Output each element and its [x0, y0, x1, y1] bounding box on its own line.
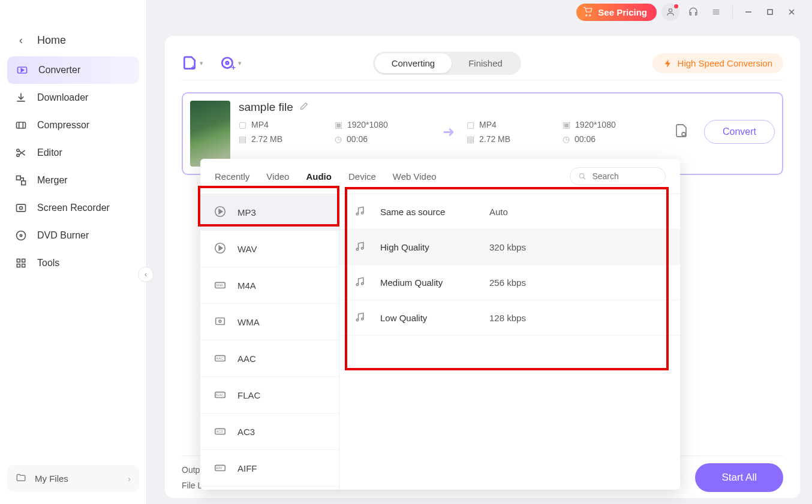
- format-m4a[interactable]: M4AM4A: [200, 267, 339, 304]
- nav-tools[interactable]: Tools: [0, 249, 146, 277]
- svg-text:AC3: AC3: [216, 430, 223, 433]
- svg-rect-19: [17, 204, 26, 212]
- merger-icon: [14, 174, 28, 187]
- convert-button[interactable]: Convert: [704, 120, 775, 144]
- disc-icon: [14, 229, 28, 242]
- aiff-icon: AIFF: [213, 461, 228, 475]
- quality-list: Same as source Auto High Quality 320 kbp…: [339, 194, 680, 490]
- cart-icon: [582, 7, 593, 17]
- nav-label: Downloader: [37, 92, 88, 103]
- chevron-left-icon: ‹: [14, 34, 28, 47]
- headset-icon[interactable]: [684, 3, 702, 21]
- svg-rect-23: [17, 259, 20, 262]
- chevron-down-icon: ▾: [238, 59, 242, 67]
- svg-rect-24: [22, 259, 25, 262]
- tab-audio[interactable]: Audio: [306, 171, 332, 182]
- format-wav[interactable]: WAV: [200, 231, 339, 267]
- resolution-icon: ▣: [563, 120, 570, 129]
- menu-icon[interactable]: [707, 3, 725, 21]
- tab-video[interactable]: Video: [266, 171, 289, 182]
- nav-label: Screen Recorder: [37, 203, 110, 213]
- video-icon: ▢: [467, 120, 474, 129]
- start-all-button[interactable]: Start All: [695, 463, 783, 492]
- format-flac[interactable]: FLACFLAC: [200, 377, 339, 414]
- tab-recently[interactable]: Recently: [215, 171, 249, 182]
- add-disc-button[interactable]: + ▾: [220, 56, 242, 71]
- svg-rect-10: [17, 122, 26, 128]
- quality-low[interactable]: Low Quality 128 kbps: [339, 300, 680, 336]
- quality-same-as-source[interactable]: Same as source Auto: [339, 194, 680, 230]
- compressor-icon: [14, 119, 28, 132]
- nav-editor[interactable]: Editor: [0, 139, 146, 167]
- size-icon: ▤: [467, 134, 474, 144]
- svg-point-50: [356, 248, 358, 250]
- svg-point-55: [362, 318, 363, 320]
- quality-medium[interactable]: Medium Quality 256 kbps: [339, 265, 680, 300]
- chevron-right-icon: ›: [128, 473, 131, 484]
- svg-text:AAC: AAC: [216, 357, 223, 360]
- music-icon: [354, 276, 367, 289]
- search-input[interactable]: [592, 171, 657, 181]
- recorder-icon: [14, 201, 28, 215]
- tab-converting[interactable]: Converting: [375, 53, 452, 73]
- svg-text:M4A: M4A: [216, 283, 224, 287]
- maximize-button[interactable]: [762, 4, 778, 20]
- main-header: + ▾ + ▾ Converting Finished High Speed C…: [182, 47, 783, 80]
- format-wma[interactable]: WMA: [200, 304, 339, 340]
- clock-icon: ◷: [563, 134, 570, 144]
- nav-label: DVD Burner: [37, 230, 89, 241]
- svg-line-33: [584, 177, 585, 179]
- high-speed-badge[interactable]: High Speed Conversion: [652, 53, 783, 73]
- nav-downloader[interactable]: Downloader: [0, 84, 146, 111]
- svg-text:AIFF: AIFF: [216, 466, 222, 470]
- svg-point-53: [362, 283, 363, 285]
- svg-point-0: [669, 9, 672, 12]
- format-aiff[interactable]: AIFFAIFF: [200, 450, 339, 487]
- svg-point-31: [682, 132, 685, 136]
- add-file-button[interactable]: + ▾: [182, 56, 203, 71]
- output-settings-icon[interactable]: [674, 123, 688, 140]
- svg-text:+: +: [231, 62, 236, 71]
- clock-icon: ◷: [335, 134, 342, 144]
- nav-merger[interactable]: Merger: [0, 167, 146, 194]
- svg-marker-9: [21, 69, 23, 72]
- svg-rect-25: [17, 264, 20, 267]
- source-meta: ▢MP4 ▣1920*1080 ▤2.72 MB ◷00:06: [239, 120, 431, 144]
- quality-high[interactable]: High Quality 320 kbps: [339, 230, 680, 265]
- nav-label: Converter: [38, 65, 80, 76]
- format-search[interactable]: [570, 167, 666, 185]
- tab-device[interactable]: Device: [348, 171, 376, 182]
- see-pricing-button[interactable]: See Pricing: [576, 4, 657, 21]
- minimize-button[interactable]: [740, 4, 757, 20]
- svg-point-32: [580, 173, 584, 177]
- folder-icon: [16, 472, 26, 485]
- tab-finished[interactable]: Finished: [452, 53, 519, 73]
- nav-dvd-burner[interactable]: DVD Burner: [0, 222, 146, 249]
- edit-name-icon[interactable]: [299, 101, 309, 113]
- format-aac[interactable]: AACAAC: [200, 340, 339, 377]
- music-icon: [354, 311, 367, 324]
- my-files-button[interactable]: My Files ›: [7, 465, 139, 492]
- svg-rect-5: [768, 10, 772, 14]
- user-icon[interactable]: [661, 3, 679, 21]
- nav-converter[interactable]: Converter: [7, 56, 139, 84]
- aac-icon: AAC: [213, 351, 228, 366]
- nav-home[interactable]: ‹ Home: [0, 24, 146, 56]
- close-button[interactable]: [783, 4, 800, 20]
- size-icon: ▤: [239, 134, 246, 144]
- format-mp3[interactable]: MP3: [200, 194, 339, 231]
- output-label: Outp: [182, 465, 202, 475]
- nav-screen-recorder[interactable]: Screen Recorder: [0, 194, 146, 222]
- format-ac3[interactable]: AC3AC3: [200, 414, 339, 450]
- audio-icon: [213, 205, 228, 219]
- svg-point-39: [219, 320, 221, 322]
- grid-icon: [14, 256, 28, 270]
- nav-compressor[interactable]: Compressor: [0, 111, 146, 139]
- sidebar-collapse-button[interactable]: ‹: [138, 267, 154, 282]
- svg-rect-26: [22, 264, 25, 267]
- tab-web-video[interactable]: Web Video: [393, 171, 437, 182]
- video-icon: ▢: [239, 120, 246, 129]
- video-thumbnail[interactable]: [190, 101, 230, 167]
- svg-point-51: [362, 248, 363, 249]
- wma-icon: [213, 315, 228, 329]
